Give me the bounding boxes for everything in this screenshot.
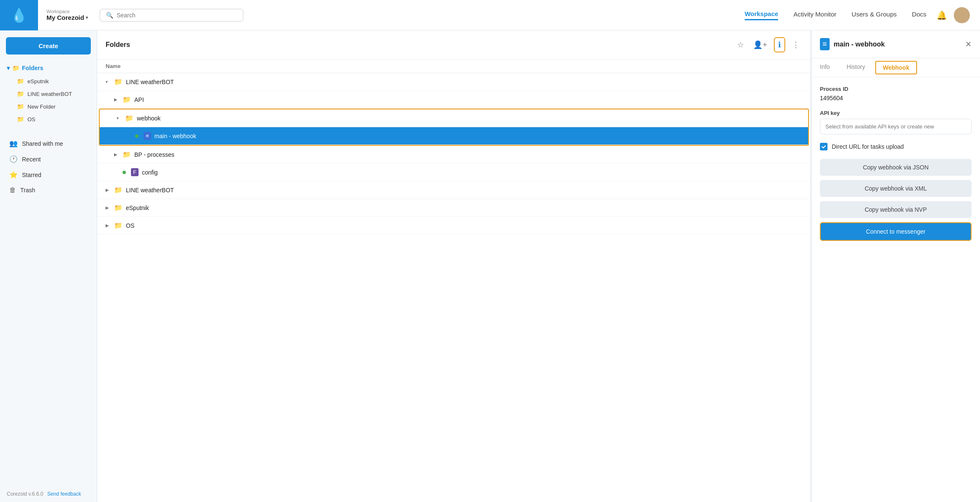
api-key-input[interactable] xyxy=(820,119,972,134)
nav-icons: 🔔 xyxy=(936,7,970,23)
workspace-label: Workspace xyxy=(46,9,88,14)
direct-url-checkbox[interactable] xyxy=(820,143,828,150)
expand-icon: ▾ xyxy=(106,79,110,84)
folder-icon: 📁 xyxy=(17,90,24,97)
file-name: config xyxy=(142,169,158,176)
main-layout: Create ▾ 📁 Folders 📁 eSputnik 📁 LINE wea… xyxy=(0,30,980,502)
api-key-label: API key xyxy=(820,110,972,116)
workspace-selector[interactable]: Workspace My Corezoid ▾ xyxy=(46,9,88,21)
folder-icon: 📁 xyxy=(17,116,24,123)
star-action-button[interactable]: ☆ xyxy=(735,38,746,52)
file-name: BP - processes xyxy=(134,151,174,158)
tab-info[interactable]: Info xyxy=(811,58,838,77)
status-dot xyxy=(135,134,139,138)
process-icon: ≡ xyxy=(144,132,151,140)
workspace-name: My Corezoid ▾ xyxy=(46,14,88,21)
connect-messenger-button[interactable]: Connect to messenger xyxy=(820,222,972,241)
nav-workspace[interactable]: Workspace xyxy=(745,10,779,20)
copy-xml-button[interactable]: Copy webhook via XML xyxy=(820,180,972,197)
config-icon: F xyxy=(131,168,139,176)
logo[interactable]: 💧 xyxy=(0,0,38,30)
table-row[interactable]: F config xyxy=(97,164,811,181)
tab-history[interactable]: History xyxy=(838,58,874,77)
file-name: main - webhook xyxy=(155,133,196,139)
search-bar[interactable]: 🔍 xyxy=(100,9,243,22)
close-button[interactable]: ✕ xyxy=(965,40,972,49)
direct-url-row: Direct URL for tasks upload xyxy=(820,143,972,150)
sidebar-item-label: New Folder xyxy=(27,104,55,110)
direct-url-label: Direct URL for tasks upload xyxy=(832,143,904,150)
table-row[interactable]: ▾ 📁 webhook xyxy=(100,109,808,127)
sidebar-footer: Corezoid v.6.6.0 Send feedback xyxy=(0,486,97,502)
expand-icon: ▶ xyxy=(114,152,118,157)
tab-webhook[interactable]: Webhook xyxy=(875,61,917,74)
notification-bell-icon[interactable]: 🔔 xyxy=(936,10,947,20)
file-name: API xyxy=(134,96,144,103)
folder-sub-list: 📁 eSputnik 📁 LINE weatherBOT 📁 New Folde… xyxy=(0,75,97,126)
process-id-field: Process ID 1495604 xyxy=(820,86,972,101)
search-input[interactable] xyxy=(117,12,237,19)
sidebar-item-label: OS xyxy=(27,116,35,123)
detail-process-icon: ≡ xyxy=(820,38,830,50)
sidebar-item-recent[interactable]: 🕐 Recent xyxy=(3,151,94,167)
sidebar-item-label: Trash xyxy=(20,187,35,194)
api-key-field: API key xyxy=(820,110,972,134)
table-row[interactable]: ▶ 📁 API xyxy=(97,91,811,109)
expand-icon: ▾ xyxy=(117,116,121,120)
info-action-button[interactable]: ℹ xyxy=(774,37,785,52)
expand-icon: ▶ xyxy=(114,97,118,102)
sidebar-item-trash[interactable]: 🗑 Trash xyxy=(3,183,94,198)
detail-header: ≡ main - webhook ✕ xyxy=(811,30,980,58)
chevron-down-icon: ▾ xyxy=(86,15,88,20)
col-header-name: Name xyxy=(97,60,811,73)
bottom-section: 👥 Shared with me 🕐 Recent ⭐ Starred 🗑 Tr… xyxy=(0,134,97,199)
nav-docs[interactable]: Docs xyxy=(912,11,926,19)
sidebar-item-label: eSputnik xyxy=(27,78,49,85)
table-row[interactable]: ▶ 📁 OS xyxy=(97,217,811,235)
table-row[interactable]: ▶ 📁 LINE weatherBOT xyxy=(97,181,811,199)
sidebar-item-esputnik[interactable]: 📁 eSputnik xyxy=(5,75,97,87)
folder-icon: 📁 xyxy=(114,221,122,229)
sidebar-item-shared[interactable]: 👥 Shared with me xyxy=(3,136,94,151)
file-name: eSputnik xyxy=(126,205,149,211)
folders-header[interactable]: ▾ 📁 Folders xyxy=(0,61,97,75)
process-id-label: Process ID xyxy=(820,86,972,92)
expand-icon: ▶ xyxy=(106,223,110,228)
folders-label: Folders xyxy=(22,65,44,71)
file-browser-header: Folders ☆ 👤+ ℹ ⋮ xyxy=(97,30,811,60)
folder-icon: 📁 xyxy=(114,78,122,86)
folder-icon: 📁 xyxy=(114,204,122,212)
sidebar-item-new-folder[interactable]: 📁 New Folder xyxy=(5,100,97,113)
version-label: Corezoid v.6.6.0 xyxy=(7,491,44,497)
nav-users-groups[interactable]: Users & Groups xyxy=(852,11,897,19)
share-action-button[interactable]: 👤+ xyxy=(751,38,770,52)
table-row[interactable]: ≡ main - webhook xyxy=(100,127,808,145)
detail-title: main - webhook xyxy=(834,41,885,48)
avatar[interactable] xyxy=(954,7,970,23)
sidebar-item-line-weatherbot[interactable]: 📁 LINE weatherBOT xyxy=(5,87,97,100)
table-row[interactable]: ▶ 📁 BP - processes xyxy=(97,146,811,164)
table-row[interactable]: ▶ 📁 eSputnik xyxy=(97,199,811,217)
create-button[interactable]: Create xyxy=(6,37,91,55)
browser-title: Folders xyxy=(106,41,130,49)
folder-icon: 📁 xyxy=(114,186,122,194)
nav-activity-monitor[interactable]: Activity Monitor xyxy=(793,11,836,19)
shared-icon: 👥 xyxy=(9,139,18,147)
chevron-down-icon: ▾ xyxy=(7,65,10,71)
sidebar-item-os[interactable]: 📁 OS xyxy=(5,113,97,126)
detail-body: Process ID 1495604 API key Direct URL fo… xyxy=(811,77,980,502)
copy-nvp-button[interactable]: Copy webhook via NVP xyxy=(820,201,972,218)
search-icon: 🔍 xyxy=(106,12,113,19)
copy-json-button[interactable]: Copy webhook via JSON xyxy=(820,159,972,176)
more-action-button[interactable]: ⋮ xyxy=(789,38,802,52)
folder-icon: 📁 xyxy=(122,95,131,104)
nav-links: Workspace Activity Monitor Users & Group… xyxy=(745,10,926,20)
send-feedback-link[interactable]: Send feedback xyxy=(47,491,81,497)
sidebar-item-starred[interactable]: ⭐ Starred xyxy=(3,167,94,183)
file-list: ▾ 📁 LINE weatherBOT ▶ 📁 API ▾ 📁 webhook xyxy=(97,73,811,502)
folder-icon: 📁 xyxy=(125,114,133,122)
table-row[interactable]: ▾ 📁 LINE weatherBOT xyxy=(97,73,811,91)
status-dot xyxy=(122,171,126,174)
folder-icon: 📁 xyxy=(17,78,24,85)
sidebar: Create ▾ 📁 Folders 📁 eSputnik 📁 LINE wea… xyxy=(0,30,97,502)
